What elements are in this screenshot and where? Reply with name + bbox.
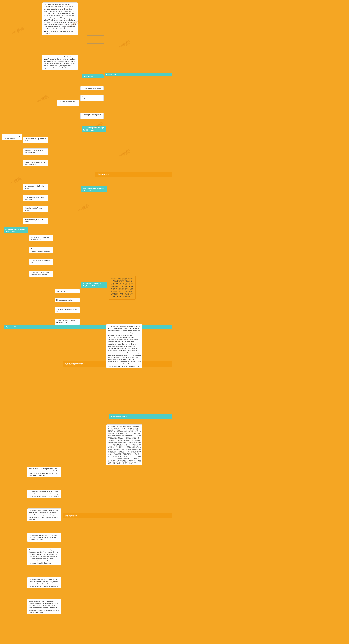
central-node-reading: 英语阅读理解	[96, 172, 172, 177]
q35-option-c: C.to organize the Old Kinderhook Club	[54, 307, 80, 314]
info-box: 对于英语，我们需要把阅生的新词汇结构和句型不断的熟悉和熟练，使之成为我们另一种习…	[109, 276, 136, 300]
phoenix-passage-5: When a mother sits next to her baby's cr…	[27, 548, 61, 565]
phoenix-passage-3: The phoenix builds its nest in Arabia, a…	[27, 508, 61, 521]
chinese-text-box: 像大多数人，我从大部分生活是一个过程获得资源.我已经30多岁，我作出一个重要发现…	[106, 424, 142, 465]
central-node-4: 小学生英语阅读	[63, 513, 172, 518]
q32-option-d-label: D. wasn't good at reading, writing or sp…	[2, 134, 22, 140]
watermark-5: 树图	[122, 40, 131, 48]
watermark-1: 树图	[16, 26, 25, 34]
reading-passage-2: The second explanation is based on the p…	[42, 55, 78, 70]
watermark-8: shutu.cn	[37, 96, 46, 103]
watermark-13: 树图	[81, 203, 90, 211]
q35-option-b: B.in a presidential election	[54, 298, 80, 302]
question-33-node: 33.According to the first story, the ter…	[81, 186, 107, 192]
q33-option-d: D.was an old way to spell 'all correct'	[23, 218, 48, 224]
q31-label: 31.The author	[82, 74, 104, 78]
passage-1-text: There are stories about two U.S. preside…	[42, 2, 78, 36]
watermark-14: shutu.cn	[78, 205, 87, 212]
watermark-2: shutu.cn	[11, 28, 20, 34]
phoenix-passage-4: The phoenix flies as fast as a ray of li…	[27, 533, 61, 542]
watermark-12: shutu.cn	[10, 178, 19, 184]
q31-option-c: C is not sure whether the stories are tr…	[57, 100, 79, 106]
english-story-box: Like most people, I was brought up to lo…	[106, 324, 142, 368]
q31-option-d: D. is telling the stories just for fun	[80, 113, 104, 119]
q35-option-d: D.by the members of the 'Old Kinderhook …	[54, 318, 80, 325]
question-34-node: 34. According to the second story, the t…	[4, 227, 28, 233]
phoenix-passage-7: On the carriage of the Greek tragic poet…	[27, 599, 61, 614]
reading-passage-1: There are stories about two U.S. preside…	[42, 2, 78, 36]
watermark-7: 树图	[40, 94, 49, 102]
q31-option-a: A. believes both of the stories	[80, 86, 104, 90]
central-node-3: 英语阅读理解及译文	[109, 414, 172, 419]
q34-option-c: C.was the name of Van Buren's club	[29, 259, 53, 265]
question-31-node: 31.The author	[82, 74, 104, 78]
q34-option-d: D.was used to call Van Buren's supporter…	[29, 270, 53, 277]
q33-option-b: B.was the title of some Official documen…	[23, 195, 48, 202]
q32-option-b: B. didn't like to read important papers …	[23, 148, 48, 155]
q32-option-c: C.Cohen had his assistants sign document…	[23, 160, 48, 166]
answer-badge: 答案：CDCDB	[4, 325, 172, 329]
q32-option-a: A.couldn't draw up any documents at all	[23, 137, 48, 143]
q33-option-a: A. was approved of by President Jackson	[23, 184, 48, 190]
english-story-text: Like most people, I was brought up to lo…	[108, 326, 141, 368]
question-32-node: 32. According to the passage, President …	[82, 126, 106, 132]
passage-2-text: The second explanation is based on the p…	[42, 55, 78, 70]
q35-option-a: A.by Van Buren	[54, 289, 80, 293]
phoenix-passage-2: The birds were all burned to death, but …	[27, 490, 61, 498]
q31-answer-label: 31.The author	[105, 73, 172, 76]
chinese-text-content: 像大多数人，我从大部分生活是一个过程获得资源.我已经30多岁，我作出一个重要发现…	[108, 426, 141, 465]
info-text: 对于英语，我们需要把阅生的新词汇结构和句型不断的熟悉和熟练，使之成为我们另一种习…	[109, 276, 136, 300]
phoenix-passage-1: When Adam and Eve werexpelledfrom Eden, …	[27, 467, 61, 478]
q34-option-a: A.is the short way to say 'old Kinderhoo…	[29, 235, 53, 242]
watermark-6: shutu.cn	[118, 42, 128, 48]
watermark-11: 树图	[13, 176, 22, 184]
phoenix-passage-6: The phoenix stays not only in Arabia but…	[27, 577, 61, 588]
watermark-16: shutu.cn	[118, 150, 128, 157]
q31-option-b: B.doesn't believe a word of the stories	[80, 95, 104, 101]
question-35-node: 35.According to the second story,the ter…	[81, 282, 107, 288]
q33-option-c: C.was first used by President Jackson	[23, 206, 48, 212]
watermark-15: 树图	[122, 148, 131, 157]
q34-option-b: B.meant the place where President Van Bu…	[29, 247, 53, 253]
